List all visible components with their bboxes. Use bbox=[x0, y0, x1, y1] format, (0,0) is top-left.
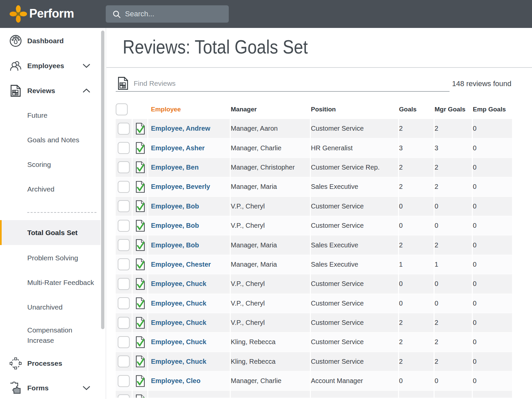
employee-link[interactable]: Employee, Bob bbox=[148, 216, 230, 235]
sidebar-item-multi-rater-feedback[interactable]: Multi-Rater Feedback bbox=[0, 270, 100, 295]
sidebar-item-reviews[interactable]: Reviews bbox=[0, 78, 100, 103]
row-checkbox[interactable] bbox=[118, 258, 130, 270]
column-header-position[interactable]: Position bbox=[311, 106, 398, 113]
sidebar-item-label: Compensation Increase bbox=[27, 325, 77, 345]
goals-cell: 3 bbox=[399, 138, 434, 157]
sidebar-scrollbar[interactable] bbox=[101, 31, 104, 329]
manager-cell: Kling, Rebecca bbox=[231, 352, 310, 371]
row-checkbox[interactable] bbox=[118, 161, 130, 173]
employee-link[interactable]: Employee, Beverly bbox=[148, 177, 230, 196]
employee-link[interactable]: Employee, Ben bbox=[148, 158, 230, 177]
sidebar-item-compensation-increase[interactable]: Compensation Increase bbox=[0, 320, 100, 351]
employee-link[interactable]: Employee, Chester bbox=[148, 255, 230, 274]
row-checkbox[interactable] bbox=[118, 317, 130, 329]
sidebar-item-forms[interactable]: Forms bbox=[0, 376, 100, 399]
mgr-goals-cell: 2 bbox=[435, 313, 472, 332]
emp-goals-cell: 0 bbox=[473, 371, 512, 390]
search-input[interactable] bbox=[125, 5, 225, 23]
column-header-manager[interactable]: Manager bbox=[231, 106, 310, 113]
goals-cell: 2 bbox=[399, 235, 434, 254]
mgr-goals-cell: 0 bbox=[435, 197, 472, 216]
position-cell: Customer Service Rep. bbox=[311, 158, 398, 177]
employee-link[interactable] bbox=[148, 391, 230, 398]
sidebar-item-unarchived[interactable]: Unarchived bbox=[0, 295, 100, 320]
sidebar-item-employees[interactable]: Employees bbox=[0, 53, 100, 78]
chevron-down-icon bbox=[82, 63, 90, 68]
row-checkbox[interactable] bbox=[118, 220, 130, 232]
column-header-emp-goals[interactable]: Emp Goals bbox=[473, 106, 512, 113]
mgr-goals-cell: 3 bbox=[435, 138, 472, 157]
sidebar-item-processes[interactable]: Processes bbox=[0, 351, 100, 376]
row-checkbox[interactable] bbox=[118, 336, 130, 348]
review-complete-icon bbox=[135, 258, 145, 271]
sidebar-item-archived[interactable]: Archived bbox=[0, 177, 100, 201]
gauge-icon bbox=[9, 35, 22, 47]
table-row: Employee, Chuck V.P., Cheryl Customer Se… bbox=[116, 313, 512, 332]
goals-cell: 1 bbox=[399, 255, 434, 274]
position-cell: Customer Service bbox=[311, 332, 398, 351]
goals-cell: 0 bbox=[399, 294, 434, 313]
column-header-mgr-goals[interactable]: Mgr Goals bbox=[435, 106, 472, 113]
sidebar-item-problem-solving[interactable]: Problem Solving bbox=[0, 246, 100, 270]
sidebar-item-label: Multi-Rater Feedback bbox=[27, 279, 94, 287]
emp-goals-cell: 0 bbox=[473, 158, 512, 177]
row-checkbox[interactable] bbox=[118, 200, 130, 212]
app-window: Perform Dashboard bbox=[0, 0, 532, 399]
employee-link[interactable]: Employee, Andrew bbox=[148, 119, 230, 138]
find-reviews-input[interactable] bbox=[116, 76, 450, 92]
review-complete-icon bbox=[135, 394, 145, 398]
employee-link[interactable]: Employee, Bob bbox=[148, 197, 230, 216]
sidebar-item-future[interactable]: Future bbox=[0, 103, 100, 128]
sidebar-divider bbox=[27, 212, 96, 213]
mgr-goals-cell: 1 bbox=[435, 255, 472, 274]
sidebar-item-label: Reviews bbox=[27, 87, 55, 95]
column-header-employee[interactable]: Employee bbox=[148, 106, 230, 113]
manager-cell: V.P., Cheryl bbox=[231, 216, 310, 235]
mgr-goals-cell: 0 bbox=[435, 294, 472, 313]
emp-goals-cell: 0 bbox=[473, 216, 512, 235]
sidebar-item-dashboard[interactable]: Dashboard bbox=[0, 28, 100, 53]
goals-cell: 0 bbox=[399, 216, 434, 235]
position-cell: Customer Service bbox=[311, 313, 398, 332]
position-cell: Sales Executive bbox=[311, 177, 398, 196]
row-checkbox[interactable] bbox=[118, 181, 130, 193]
manager-cell: Manager, Aaron bbox=[231, 119, 310, 138]
row-checkbox[interactable] bbox=[118, 375, 130, 387]
manager-cell: Kling, Rebecca bbox=[231, 332, 310, 351]
employee-link[interactable]: Employee, Chuck bbox=[148, 332, 230, 351]
table-row: Employee, Ben Manager, Christopher Custo… bbox=[116, 158, 512, 177]
sidebar-item-total-goals-set[interactable]: Total Goals Set bbox=[0, 220, 100, 245]
table-row bbox=[116, 391, 512, 398]
position-cell: HR Generalist bbox=[311, 138, 398, 157]
review-complete-icon bbox=[135, 278, 145, 290]
employee-link[interactable]: Employee, Chuck bbox=[148, 352, 230, 371]
sidebar-item-label: Processes bbox=[27, 359, 62, 367]
table-body: Employee, Andrew Manager, Aaron Customer… bbox=[116, 119, 512, 398]
employee-link[interactable]: Employee, Asher bbox=[148, 138, 230, 157]
select-all-checkbox[interactable] bbox=[116, 103, 128, 115]
employee-link[interactable]: Employee, Chuck bbox=[148, 313, 230, 332]
employee-link[interactable]: Employee, Chuck bbox=[148, 294, 230, 313]
reviews-document-icon bbox=[9, 84, 22, 97]
sidebar-item-label: Future bbox=[27, 111, 48, 119]
employee-link[interactable]: Employee, Cleo bbox=[148, 371, 230, 390]
row-checkbox[interactable] bbox=[118, 142, 130, 154]
row-checkbox[interactable] bbox=[118, 297, 130, 309]
position-cell: Customer Service bbox=[311, 216, 398, 235]
row-checkbox[interactable] bbox=[118, 123, 130, 135]
employee-link[interactable]: Employee, Chuck bbox=[148, 274, 230, 293]
top-bar: Perform bbox=[0, 0, 532, 28]
manager-cell: Manager, Christopher bbox=[231, 158, 310, 177]
sidebar-item-goals-and-notes[interactable]: Goals and Notes bbox=[0, 128, 100, 152]
row-checkbox[interactable] bbox=[118, 239, 130, 251]
emp-goals-cell: 0 bbox=[473, 255, 512, 274]
column-header-goals[interactable]: Goals bbox=[399, 106, 434, 113]
employee-link[interactable]: Employee, Bob bbox=[148, 235, 230, 254]
row-checkbox[interactable] bbox=[118, 394, 130, 398]
goals-cell bbox=[399, 391, 434, 398]
forms-icon bbox=[9, 382, 22, 394]
row-checkbox[interactable] bbox=[118, 355, 130, 367]
review-complete-icon bbox=[135, 200, 145, 212]
row-checkbox[interactable] bbox=[118, 278, 130, 290]
sidebar-item-scoring[interactable]: Scoring bbox=[0, 152, 100, 177]
